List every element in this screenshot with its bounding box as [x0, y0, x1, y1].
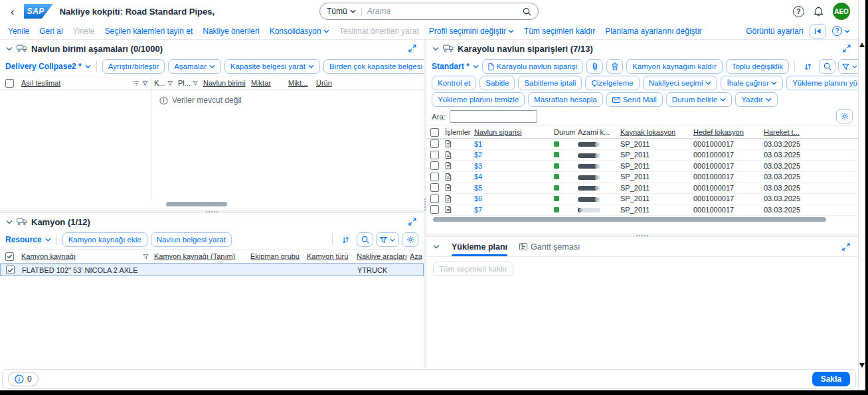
column-header[interactable]: Mikt...: [286, 79, 313, 87]
global-search[interactable]: Tümü | Arama: [319, 3, 539, 20]
row-checkbox[interactable]: [430, 151, 439, 159]
scroll-up-icon[interactable]: [859, 42, 865, 47]
column-header[interactable]: Aza: [407, 252, 424, 260]
unfix-button[interactable]: Sabitleme iptali: [518, 76, 582, 90]
collapse-section-icon[interactable]: [6, 220, 13, 224]
search-icon-button[interactable]: [819, 59, 835, 74]
select-all-checkbox[interactable]: [5, 252, 14, 261]
clear-load-plan-button[interactable]: Yükleme planını temizle: [432, 92, 525, 107]
tab-gantt-chart[interactable]: Gantt şeması: [519, 237, 580, 256]
fullscreen-icon[interactable]: [841, 43, 852, 54]
action-transport-proposals[interactable]: Nakliye önerileri: [203, 27, 259, 36]
scrollbar-thumb[interactable]: [166, 202, 227, 206]
select-all-checkbox[interactable]: [5, 79, 14, 88]
horizontal-splitter[interactable]: [0, 210, 424, 213]
view-selector[interactable]: Delivery Collpase2 *: [5, 62, 91, 71]
column-header[interactable]: Kaynak lokasyon: [618, 128, 691, 136]
help-menu-button[interactable]: ?: [832, 26, 850, 36]
check-button[interactable]: Kontrol et: [432, 76, 476, 90]
settings-gear-icon-button[interactable]: [836, 109, 853, 123]
table-row[interactable]: $2 SP_2011 0001000017 03.03.2025: [426, 150, 858, 161]
freight-order-link[interactable]: $2: [474, 151, 482, 159]
table-row[interactable]: $5 SP_2011 0001000017 03.03.2025: [426, 183, 858, 194]
freight-order-link[interactable]: $5: [474, 184, 482, 192]
create-capacity-document-button[interactable]: Kapasite belgesi yarat: [224, 59, 320, 74]
delete-icon-button[interactable]: [606, 59, 623, 74]
column-header[interactable]: Kamyon türü: [304, 252, 354, 260]
settings-gear-icon-button[interactable]: [402, 232, 418, 247]
search-icon-button[interactable]: [357, 232, 373, 247]
search-icon[interactable]: [523, 7, 531, 16]
column-header[interactable]: Navlun siparişi: [472, 128, 551, 136]
order-operations-icon[interactable]: [442, 151, 472, 159]
filter-menu-icon-button[interactable]: [838, 59, 858, 74]
search-input[interactable]: Arama: [367, 7, 518, 16]
attachment-icon-button[interactable]: [586, 59, 603, 74]
select-all-checkbox[interactable]: [430, 128, 439, 137]
tab-load-plan[interactable]: Yükleme planı: [452, 237, 507, 256]
action-assign-selected-items[interactable]: Seçilen kalemleri tayin et: [105, 27, 193, 36]
action-undo[interactable]: Geri al: [39, 27, 62, 36]
print-menu-button[interactable]: Yazdır: [735, 92, 777, 107]
row-checkbox[interactable]: [430, 183, 439, 192]
column-header[interactable]: Nakliye araçları: [354, 252, 407, 260]
freight-order-link[interactable]: $3: [474, 162, 482, 170]
table-row[interactable]: $6 SP_2011 0001000017 03.03.2025: [426, 194, 858, 205]
search-scope-select[interactable]: Tümü: [327, 7, 356, 16]
order-operations-icon[interactable]: [442, 206, 472, 213]
help-icon[interactable]: ?: [793, 6, 804, 17]
column-header[interactable]: Asıl teslimat: [19, 76, 151, 90]
table-row[interactable]: $4 SP_2011 0001000017 03.03.2025: [426, 172, 858, 183]
column-header[interactable]: Pl...: [175, 79, 201, 87]
freight-order-link[interactable]: $6: [474, 195, 482, 202]
notifications-bell-icon[interactable]: [814, 7, 824, 17]
fullscreen-icon[interactable]: [407, 216, 418, 227]
send-mail-button[interactable]: Send Mail: [606, 92, 663, 107]
column-header[interactable]: İşlemler: [442, 128, 472, 136]
view-selector[interactable]: Resource: [5, 235, 51, 244]
row-checkbox[interactable]: [430, 139, 439, 148]
freight-order-link[interactable]: $7: [474, 206, 482, 214]
sort-icon-button[interactable]: [800, 59, 816, 74]
set-status-menu-button[interactable]: Durum belirle: [666, 92, 732, 107]
save-button[interactable]: Sakla: [812, 372, 850, 386]
create-road-freight-order-button[interactable]: Karayolu navlun siparişi: [482, 59, 583, 74]
column-header[interactable]: Ürün: [313, 79, 424, 87]
skip-back-icon-button[interactable]: [810, 24, 826, 39]
fix-button[interactable]: Sabitle: [479, 76, 515, 90]
action-clear-all-selections[interactable]: Tüm seçimleri kaldır: [524, 27, 595, 36]
collapse-section-icon[interactable]: [432, 46, 439, 51]
order-operations-icon[interactable]: [442, 173, 472, 181]
action-change-profile-selection-menu[interactable]: Profil seçimini değiştir: [429, 27, 514, 36]
table-row[interactable]: $3 SP_2011 0001000017 03.03.2025: [426, 161, 858, 172]
order-operations-icon[interactable]: [442, 184, 472, 191]
column-header[interactable]: Azami k...: [575, 128, 618, 136]
row-checkbox[interactable]: [430, 173, 439, 181]
freight-order-link[interactable]: $1: [474, 140, 482, 148]
carrier-selection-menu-button[interactable]: Nakliyeci seçimi: [643, 76, 718, 90]
column-header[interactable]: Durum: [551, 128, 575, 136]
back-icon[interactable]: ‹: [8, 6, 17, 17]
scheduling-button[interactable]: Çizelgeleme: [585, 76, 639, 90]
filter-menu-icon-button[interactable]: [376, 232, 399, 247]
create-multiple-capacity-documents-button[interactable]: Birden çok kapasite belgesi yarat: [323, 59, 424, 74]
row-checkbox[interactable]: [430, 205, 439, 214]
column-header[interactable]: K...: [151, 79, 175, 87]
sap-logo[interactable]: SAP: [24, 4, 53, 19]
tendering-menu-button[interactable]: İhale çağrısı: [721, 76, 783, 90]
column-header[interactable]: Kamyon kaynağı: [19, 252, 151, 260]
vertical-scrollbar[interactable]: [858, 0, 865, 390]
collapse-section-icon[interactable]: [433, 244, 440, 249]
row-checkbox[interactable]: [430, 161, 439, 170]
column-header[interactable]: Hareket t...: [761, 128, 821, 136]
stages-menu-button[interactable]: Aşamalar: [168, 59, 221, 74]
row-checkbox[interactable]: [430, 195, 439, 203]
table-row[interactable]: $1 SP_2011 0001000017 03.03.2025: [426, 139, 858, 150]
freight-order-link[interactable]: $4: [474, 173, 482, 181]
table-row[interactable]: FLATBED 102" 53' NICOLA 2 AXLE YTRUCK: [0, 264, 424, 276]
row-checkbox[interactable]: [6, 266, 15, 274]
column-header[interactable]: Miktar: [248, 79, 286, 87]
order-operations-icon[interactable]: [442, 140, 472, 147]
scroll-down-icon[interactable]: [859, 363, 865, 368]
add-truck-resource-button[interactable]: Kamyon kaynağı ekle: [62, 232, 147, 247]
